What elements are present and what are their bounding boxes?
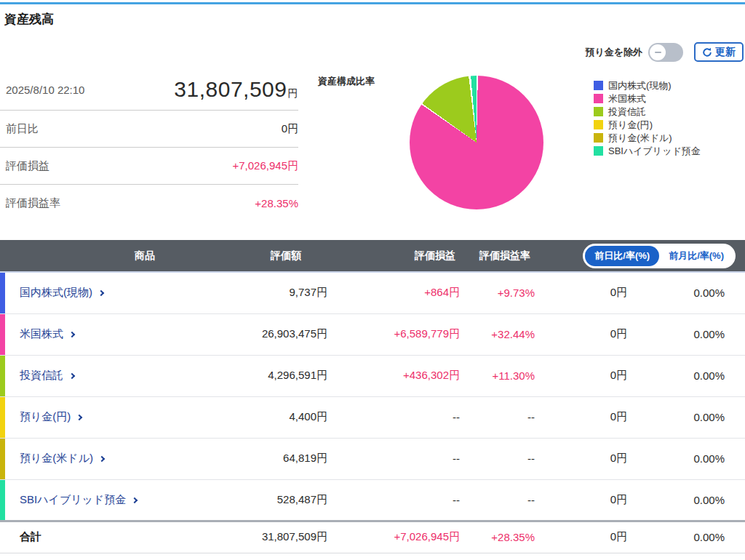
tab-month-change[interactable]: 前月比/率(%) bbox=[659, 246, 733, 266]
total-pl-rate-cell: +28.35% bbox=[460, 521, 535, 553]
table-row-domestic-stocks: 国内株式(現物) 9,737円 +864円 +9.73% 0円 0.00% bbox=[0, 272, 745, 313]
legend-label: 預り金(円) bbox=[608, 119, 653, 132]
legend-swatch-sbi-hybrid bbox=[594, 146, 603, 156]
summary-value: 0円 bbox=[282, 122, 298, 136]
pl-rate-cell: -- bbox=[460, 396, 535, 438]
legend-swatch-domestic-stocks bbox=[594, 81, 603, 90]
day-change-cell: 0円 bbox=[535, 438, 627, 479]
summary-label: 評価損益 bbox=[0, 159, 49, 173]
chevron-right-icon bbox=[76, 415, 82, 420]
legend-label: 国内株式(現物) bbox=[608, 79, 672, 92]
day-rate-cell: 0.00% bbox=[627, 479, 745, 521]
day-rate-cell: 0.00% bbox=[627, 272, 745, 313]
value-cell: 26,903,475円 bbox=[244, 313, 327, 355]
pl-cell: -- bbox=[327, 396, 460, 438]
product-link-deposit-yen[interactable]: 預り金(円) bbox=[20, 410, 81, 424]
pl-cell: -- bbox=[327, 479, 460, 521]
refresh-icon bbox=[702, 47, 712, 57]
legend-item: SBIハイブリッド預金 bbox=[594, 145, 701, 157]
row-color-bar bbox=[0, 397, 5, 438]
pl-rate-cell: +11.30% bbox=[460, 355, 535, 396]
product-link-domestic-stocks[interactable]: 国内株式(現物) bbox=[20, 286, 103, 300]
summary-value: +7,026,945円 bbox=[233, 159, 299, 173]
legend-item: 投資信託 bbox=[594, 105, 701, 118]
header-product: 商品 bbox=[0, 240, 244, 272]
day-change-cell: 0円 bbox=[535, 272, 627, 313]
pl-rate-cell: +32.44% bbox=[460, 313, 535, 355]
row-color-bar bbox=[0, 356, 5, 396]
table-header-row: 商品 評価額 評価損益 評価損益率 前日比/率(%) 前月比/率(%) bbox=[0, 240, 745, 272]
day-change-cell: 0円 bbox=[535, 313, 627, 355]
page-title: 資産残高 bbox=[4, 11, 54, 28]
header-pl: 評価損益 bbox=[327, 240, 460, 272]
chevron-right-icon bbox=[98, 290, 104, 296]
pl-cell: +436,302円 bbox=[327, 355, 460, 396]
summary-total-row: 2025/8/10 22:10 31,807,509円 bbox=[0, 69, 298, 111]
product-link-sbi-hybrid[interactable]: SBIハイブリッド預金 bbox=[20, 493, 137, 507]
value-cell: 9,737円 bbox=[244, 272, 327, 313]
day-rate-cell: 0.00% bbox=[627, 438, 745, 479]
chevron-right-icon bbox=[69, 373, 75, 379]
chevron-right-icon bbox=[132, 497, 138, 503]
summary-row-pl: 評価損益 +7,026,945円 bbox=[0, 148, 298, 185]
pie-chart-title: 資産構成比率 bbox=[318, 75, 375, 88]
pl-cell: +6,589,779円 bbox=[327, 313, 460, 355]
holdings-table: 商品 評価額 評価損益 評価損益率 前日比/率(%) 前月比/率(%) 国内株式… bbox=[0, 240, 745, 553]
summary-label: 評価損益率 bbox=[0, 196, 60, 210]
refresh-button-label: 更新 bbox=[715, 46, 736, 59]
legend-label: 預り金(米ドル) bbox=[608, 132, 672, 145]
table-row-us-stocks: 米国株式 26,903,475円 +6,589,779円 +32.44% 0円 … bbox=[0, 313, 745, 355]
overview-section: 2025/8/10 22:10 31,807,509円 前日比 0円 評価損益 … bbox=[0, 69, 745, 240]
day-change-cell: 0円 bbox=[535, 479, 627, 521]
legend-swatch-deposit-yen bbox=[594, 120, 603, 129]
product-link-us-stocks[interactable]: 米国株式 bbox=[20, 327, 74, 341]
product-link-mutual-funds[interactable]: 投資信託 bbox=[20, 369, 74, 383]
legend-label: SBIハイブリッド預金 bbox=[608, 145, 701, 158]
legend-item: 預り金(円) bbox=[594, 119, 701, 131]
exclude-deposits-label: 預り金を除外 bbox=[585, 46, 642, 59]
legend-item: 米国株式 bbox=[594, 92, 701, 105]
pl-rate-cell: +9.73% bbox=[460, 272, 535, 313]
total-label: 合計 bbox=[0, 521, 244, 553]
pl-rate-cell: -- bbox=[460, 438, 535, 479]
row-color-bar bbox=[0, 439, 5, 479]
asset-composition-pie-chart bbox=[410, 76, 543, 209]
chevron-right-icon bbox=[69, 332, 75, 337]
legend-swatch-deposit-usd bbox=[594, 133, 603, 143]
day-rate-cell: 0.00% bbox=[627, 313, 745, 355]
controls-row: 預り金を除外 更新 bbox=[585, 42, 744, 62]
value-cell: 4,400円 bbox=[244, 396, 327, 438]
total-pl-cell: +7,026,945円 bbox=[327, 521, 460, 553]
summary-value: +28.35% bbox=[255, 197, 298, 209]
legend-label: 投資信託 bbox=[608, 105, 646, 119]
summary-label: 前日比 bbox=[0, 122, 39, 136]
timestamp: 2025/8/10 22:10 bbox=[0, 84, 84, 96]
table-row-deposit-yen: 預り金(円) 4,400円 -- -- 0円 0.00% bbox=[0, 396, 745, 438]
tab-day-change[interactable]: 前日比/率(%) bbox=[585, 246, 659, 266]
summary-row-day-change: 前日比 0円 bbox=[0, 111, 298, 148]
pl-cell: -- bbox=[327, 438, 460, 479]
row-color-bar bbox=[0, 273, 5, 313]
period-toggle-group: 前日比/率(%) 前月比/率(%) bbox=[583, 244, 736, 268]
product-link-deposit-usd[interactable]: 預り金(米ドル) bbox=[20, 452, 104, 465]
table-row-mutual-funds: 投資信託 4,296,591円 +436,302円 +11.30% 0円 0.0… bbox=[0, 355, 745, 396]
top-accent-line bbox=[0, 2, 745, 4]
toggle-dash-icon bbox=[655, 52, 661, 53]
total-asset-value: 31,807,509円 bbox=[174, 77, 298, 102]
header-value: 評価額 bbox=[244, 240, 327, 272]
summary-panel: 2025/8/10 22:10 31,807,509円 前日比 0円 評価損益 … bbox=[0, 69, 298, 222]
pl-cell: +864円 bbox=[327, 272, 460, 313]
day-rate-cell: 0.00% bbox=[627, 396, 745, 438]
toggle-knob bbox=[650, 44, 666, 60]
legend-item: 預り金(米ドル) bbox=[594, 132, 701, 144]
exclude-deposits-toggle[interactable] bbox=[648, 43, 683, 62]
refresh-button[interactable]: 更新 bbox=[694, 42, 744, 62]
header-pl-rate: 評価損益率 bbox=[460, 240, 535, 272]
value-cell: 64,819円 bbox=[244, 438, 327, 479]
table-row-deposit-usd: 預り金(米ドル) 64,819円 -- -- 0円 0.00% bbox=[0, 438, 745, 479]
total-day-change-cell: 0円 bbox=[535, 521, 627, 553]
legend-label: 米国株式 bbox=[608, 92, 646, 105]
total-value-cell: 31,807,509円 bbox=[244, 521, 327, 553]
pl-rate-cell: -- bbox=[460, 479, 535, 521]
day-change-cell: 0円 bbox=[535, 396, 627, 438]
